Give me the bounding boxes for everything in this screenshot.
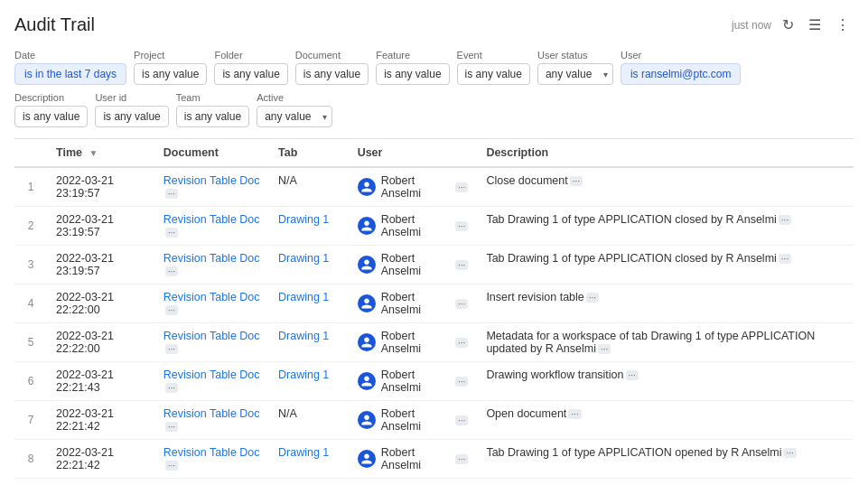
team-filter[interactable]: is any value: [176, 106, 249, 127]
folder-filter[interactable]: is any value: [214, 63, 287, 85]
description-text: Close document: [486, 174, 567, 187]
user-badge: ···: [455, 377, 468, 387]
cell-document[interactable]: Revision Table Doc···: [154, 207, 269, 246]
active-select[interactable]: any value yes no: [257, 106, 332, 127]
document-link[interactable]: Revision Table Doc: [163, 252, 260, 265]
cell-document[interactable]: Revision Table Doc···: [154, 167, 269, 207]
cell-time: 2022-03-21 22:22:00: [47, 323, 154, 362]
filter-active-label: Active: [257, 92, 332, 103]
filter-userid-label: User id: [95, 92, 168, 103]
cell-user: Robert Anselmi···: [349, 362, 478, 401]
filter-feature-label: Feature: [376, 50, 449, 61]
cell-user: Robert Anselmi···: [349, 401, 478, 440]
cell-tab[interactable]: Assembly 1: [269, 479, 349, 486]
document-filter[interactable]: is any value: [295, 63, 369, 85]
user-name: Robert Anselmi: [381, 407, 448, 433]
audit-table: Time ▼ Document Tab User Description 120…: [14, 139, 854, 485]
cell-document[interactable]: Revision Table Doc···: [154, 284, 269, 323]
cell-tab[interactable]: Drawing 1: [269, 284, 349, 323]
cell-document[interactable]: Revision Table Doc···: [154, 323, 269, 362]
cell-user: Robert Anselmi···: [349, 246, 478, 284]
filter-document: Document is any value: [295, 50, 369, 85]
table-row: 92022-03-21 22:21:40Revision Table Doc··…: [14, 479, 854, 486]
cell-tab[interactable]: Drawing 1: [269, 440, 349, 479]
cell-tab[interactable]: Drawing 1: [269, 207, 349, 246]
cell-user: Robert Anselmi···: [349, 323, 478, 362]
user-badge: ···: [455, 415, 468, 425]
table-header-row: Time ▼ Document Tab User Description: [14, 139, 854, 167]
cell-tab[interactable]: Drawing 1: [269, 323, 349, 362]
row-number: 9: [14, 479, 47, 486]
tab-link[interactable]: Drawing 1: [278, 213, 329, 226]
tab-link[interactable]: Drawing 1: [278, 446, 329, 459]
tab-link[interactable]: Drawing 1: [278, 330, 329, 342]
col-time[interactable]: Time ▼: [47, 139, 154, 167]
col-description[interactable]: Description: [477, 139, 854, 167]
event-filter[interactable]: is any value: [457, 63, 530, 85]
cell-user: Robert Anselmi···: [349, 207, 478, 246]
filter-button[interactable]: ☰: [805, 14, 825, 35]
desc-badge: ···: [598, 344, 611, 354]
tab-link[interactable]: Drawing 1: [278, 252, 329, 265]
document-link[interactable]: Revision Table Doc: [163, 174, 260, 187]
cell-description: Open document···: [477, 401, 854, 440]
cell-time: 2022-03-21 22:21:42: [47, 440, 154, 479]
filter-description: Description is any value: [14, 92, 88, 127]
row-number: 7: [14, 401, 47, 440]
cell-user: Robert Anselmi···: [349, 284, 478, 323]
table-row: 52022-03-21 22:22:00Revision Table Doc··…: [14, 323, 854, 362]
avatar: [358, 294, 376, 312]
row-number: 3: [14, 246, 47, 284]
cell-time: 2022-03-21 23:19:57: [47, 207, 154, 246]
userid-filter[interactable]: is any value: [95, 106, 168, 127]
document-link[interactable]: Revision Table Doc: [163, 291, 260, 303]
cell-document[interactable]: Revision Table Doc···: [154, 479, 269, 486]
user-name: Robert Anselmi: [381, 330, 448, 355]
desc-badge: ···: [779, 215, 791, 225]
user-status-select[interactable]: any value active inactive: [537, 63, 613, 85]
refresh-button[interactable]: ↻: [779, 14, 798, 35]
user-badge: ···: [455, 454, 468, 464]
description-text: Metadata for a workspace of tab Drawing …: [486, 330, 815, 355]
document-link[interactable]: Revision Table Doc: [163, 446, 260, 459]
col-checkbox: [14, 139, 47, 167]
cell-document[interactable]: Revision Table Doc···: [154, 440, 269, 479]
feature-filter[interactable]: is any value: [376, 63, 449, 85]
cell-document[interactable]: Revision Table Doc···: [154, 401, 269, 440]
filter-document-label: Document: [295, 50, 369, 61]
description-filter[interactable]: is any value: [14, 106, 88, 127]
date-filter-chip[interactable]: is in the last 7 days: [14, 63, 126, 85]
cell-document[interactable]: Revision Table Doc···: [154, 362, 269, 401]
row-number: 8: [14, 440, 47, 479]
document-link[interactable]: Revision Table Doc: [163, 213, 260, 226]
description-text: Tab Drawing 1 of type APPLICATION closed…: [486, 213, 776, 226]
col-tab[interactable]: Tab: [269, 139, 349, 167]
document-link[interactable]: Revision Table Doc: [163, 330, 260, 342]
cell-tab[interactable]: Drawing 1: [269, 362, 349, 401]
project-filter[interactable]: is any value: [134, 63, 207, 85]
cell-time: 2022-03-21 22:22:00: [47, 284, 154, 323]
document-link[interactable]: Revision Table Doc: [163, 368, 260, 381]
cell-document[interactable]: Revision Table Doc···: [154, 246, 269, 284]
avatar: [358, 411, 376, 429]
desc-badge: ···: [783, 448, 796, 458]
user-filter-chip[interactable]: is ranselmi@ptc.com: [621, 63, 742, 85]
audit-table-wrapper[interactable]: Time ▼ Document Tab User Description 120…: [14, 139, 854, 485]
col-user[interactable]: User: [349, 139, 478, 167]
more-button[interactable]: ⋮: [832, 14, 854, 35]
tab-link[interactable]: Drawing 1: [278, 291, 329, 303]
document-link[interactable]: Revision Table Doc: [163, 407, 260, 420]
col-document[interactable]: Document: [154, 139, 269, 167]
filter-project-label: Project: [134, 50, 207, 61]
user-cell: Robert Anselmi···: [358, 407, 469, 433]
cell-tab[interactable]: Drawing 1: [269, 246, 349, 284]
desc-badge: ···: [779, 254, 791, 264]
tab-link[interactable]: Drawing 1: [278, 368, 329, 381]
doc-badge: ···: [165, 228, 178, 238]
user-badge: ···: [455, 221, 468, 231]
doc-badge: ···: [165, 383, 178, 393]
cell-tab: N/A: [269, 401, 349, 440]
cell-user: Robert Anselmi···: [349, 479, 478, 486]
description-text: Drawing workflow transition: [486, 368, 623, 381]
header-actions: just now ↻ ☰ ⋮: [732, 14, 854, 35]
